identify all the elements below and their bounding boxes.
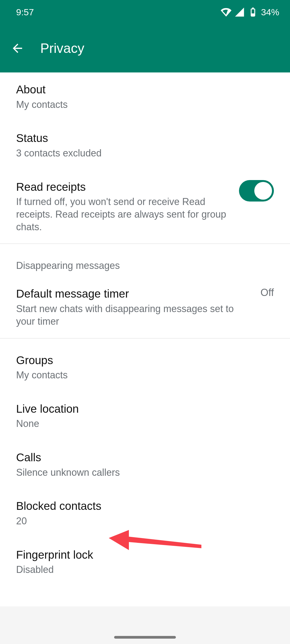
about-item[interactable]: About My contacts <box>0 72 290 121</box>
status-item[interactable]: Status 3 contacts excluded <box>0 121 290 170</box>
status-icons: 34% <box>221 7 279 17</box>
calls-title: Calls <box>16 451 274 465</box>
calls-item[interactable]: Calls Silence unknown callers <box>0 440 290 489</box>
live-location-sub: None <box>16 418 274 430</box>
wifi-icon <box>221 7 231 17</box>
blocked-contacts-item[interactable]: Blocked contacts 20 <box>0 489 290 537</box>
default-timer-value: Off <box>260 287 274 298</box>
status-time: 9:57 <box>16 7 34 17</box>
section-disappearing: Disappearing messages <box>0 244 290 277</box>
about-title: About <box>16 83 274 97</box>
calls-sub: Silence unknown callers <box>16 466 274 479</box>
about-sub: My contacts <box>16 98 274 111</box>
groups-title: Groups <box>16 353 274 368</box>
blocked-contacts-sub: 20 <box>16 515 274 528</box>
groups-item[interactable]: Groups My contacts <box>0 339 290 392</box>
status-title: Status <box>16 131 274 145</box>
fingerprint-lock-sub: Disabled <box>16 564 274 576</box>
read-receipts-sub: If turned off, you won't send or receive… <box>16 196 228 233</box>
default-timer-sub: Start new chats with disappearing messag… <box>16 303 250 328</box>
read-receipts-item[interactable]: Read receipts If turned off, you won't s… <box>0 170 290 244</box>
signal-icon <box>234 7 245 17</box>
read-receipts-toggle[interactable] <box>239 180 274 202</box>
default-timer-title: Default message timer <box>16 287 250 301</box>
fingerprint-lock-item[interactable]: Fingerprint lock Disabled <box>0 538 290 586</box>
groups-sub: My contacts <box>16 369 274 382</box>
blocked-contacts-title: Blocked contacts <box>16 499 274 513</box>
app-bar: Privacy <box>0 24 290 72</box>
arrow-back-icon <box>10 41 24 55</box>
status-bar: 9:57 34% <box>0 0 290 24</box>
toggle-knob <box>254 182 272 200</box>
live-location-item[interactable]: Live location None <box>0 392 290 440</box>
page-title: Privacy <box>40 41 84 56</box>
live-location-title: Live location <box>16 402 274 416</box>
battery-icon <box>248 7 258 17</box>
battery-percent: 34% <box>261 7 279 17</box>
nav-handle[interactable] <box>114 636 176 639</box>
status-sub: 3 contacts excluded <box>16 147 274 160</box>
settings-list: About My contacts Status 3 contacts excl… <box>0 72 290 586</box>
back-button[interactable] <box>8 39 27 58</box>
read-receipts-title: Read receipts <box>16 180 228 194</box>
fingerprint-lock-title: Fingerprint lock <box>16 548 274 562</box>
default-timer-item[interactable]: Default message timer Start new chats wi… <box>0 277 290 338</box>
